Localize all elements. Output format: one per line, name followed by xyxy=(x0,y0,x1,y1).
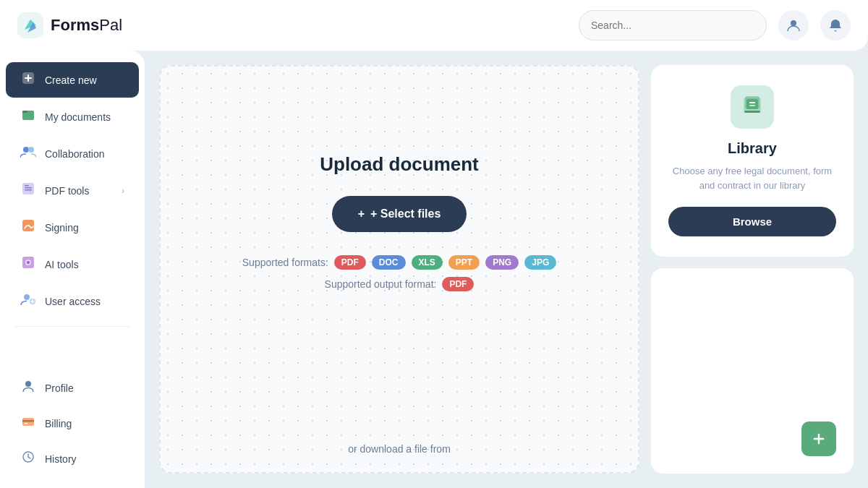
select-files-label: + Select files xyxy=(370,207,441,221)
sidebar-item-label: My documents xyxy=(45,111,111,123)
logo-icon xyxy=(17,12,43,38)
sidebar-divider xyxy=(14,326,130,327)
format-badge-pdf: PDF xyxy=(334,255,366,270)
notifications-button[interactable] xyxy=(820,10,851,40)
chevron-right-icon: › xyxy=(122,186,124,196)
output-label: Supported output format: xyxy=(325,278,437,290)
sidebar-item-ai-tools[interactable]: AI tools xyxy=(6,247,139,282)
upload-title: Upload document xyxy=(320,153,479,176)
sidebar-item-pdf-tools[interactable]: PDF tools › xyxy=(6,173,139,208)
billing-icon xyxy=(20,414,36,432)
svg-point-1 xyxy=(791,20,796,26)
sidebar-item-label: Collaboration xyxy=(45,148,105,160)
collaboration-icon xyxy=(20,145,36,163)
sidebar-item-label: Profile xyxy=(45,382,74,394)
svg-rect-24 xyxy=(25,423,27,424)
sidebar-item-user-access[interactable]: User access xyxy=(6,283,139,319)
svg-rect-28 xyxy=(746,99,758,109)
create-new-icon xyxy=(20,71,36,89)
pdf-tools-icon xyxy=(20,181,36,200)
format-badge-doc: DOC xyxy=(372,255,406,270)
sidebar-item-profile[interactable]: Profile xyxy=(6,370,139,406)
sidebar-item-billing[interactable]: Billing xyxy=(6,406,139,441)
profile-icon xyxy=(20,379,36,397)
add-document-icon[interactable] xyxy=(801,421,836,456)
svg-point-21 xyxy=(25,381,31,387)
svg-rect-9 xyxy=(22,183,34,194)
sidebar: Create new My documents Collaboratio xyxy=(0,51,145,488)
header: FormsPal xyxy=(0,0,868,51)
svg-point-16 xyxy=(27,261,30,264)
supported-formats-row: Supported formats: PDF DOC XLS PPT PNG J… xyxy=(242,255,556,270)
sidebar-item-create-new[interactable]: Create new xyxy=(6,62,139,98)
svg-rect-6 xyxy=(22,111,27,113)
sidebar-item-label: User access xyxy=(45,296,101,307)
svg-rect-23 xyxy=(22,420,34,422)
library-icon-wrapper xyxy=(731,85,774,129)
svg-point-8 xyxy=(28,147,34,153)
sidebar-item-history[interactable]: History xyxy=(6,441,139,476)
svg-rect-31 xyxy=(744,111,760,113)
svg-rect-10 xyxy=(25,187,32,189)
svg-rect-11 xyxy=(25,189,32,191)
history-icon xyxy=(20,450,36,468)
format-badge-png: PNG xyxy=(485,255,519,270)
upload-panel: Upload document + + Select files Support… xyxy=(159,65,639,474)
my-documents-icon xyxy=(20,108,36,126)
user-access-icon xyxy=(20,292,36,310)
svg-rect-12 xyxy=(25,185,29,187)
sidebar-item-label: History xyxy=(45,453,77,465)
bell-icon xyxy=(828,18,843,33)
svg-rect-30 xyxy=(749,105,755,106)
format-badge-jpg: JPG xyxy=(524,255,556,270)
select-files-button[interactable]: + + Select files xyxy=(332,196,467,232)
browse-button[interactable]: Browse xyxy=(668,207,836,236)
user-profile-button[interactable] xyxy=(778,10,809,40)
library-description: Choose any free legal document, form and… xyxy=(668,164,836,192)
sidebar-item-label: Signing xyxy=(45,222,79,234)
search-input[interactable] xyxy=(579,10,767,40)
library-title: Library xyxy=(728,140,777,157)
sidebar-item-collaboration[interactable]: Collaboration xyxy=(6,136,139,171)
main-content: Upload document + + Select files Support… xyxy=(145,51,868,488)
format-badge-ppt: PPT xyxy=(448,255,480,270)
right-panels: Library Choose any free legal document, … xyxy=(651,65,854,474)
library-icon xyxy=(739,92,765,123)
library-panel: Library Choose any free legal document, … xyxy=(651,65,854,257)
format-badge-xls: XLS xyxy=(412,255,443,270)
sidebar-bottom: Profile Billing xyxy=(0,370,145,476)
svg-point-17 xyxy=(24,294,30,300)
download-text: or download a file from xyxy=(348,443,451,455)
sidebar-item-signing[interactable]: Signing xyxy=(6,210,139,245)
output-format-badge: PDF xyxy=(442,277,474,291)
formats-label: Supported formats: xyxy=(242,257,328,268)
logo-text: FormsPal xyxy=(51,16,122,35)
sidebar-item-label: AI tools xyxy=(45,259,79,270)
ai-tools-icon xyxy=(20,255,36,273)
second-panel xyxy=(651,268,854,474)
header-right xyxy=(579,10,851,40)
logo-area: FormsPal xyxy=(17,12,122,38)
main-layout: Create new My documents Collaboratio xyxy=(0,51,868,488)
sidebar-item-my-documents[interactable]: My documents xyxy=(6,99,139,134)
signing-icon xyxy=(20,218,36,236)
plus-icon: + xyxy=(358,207,365,221)
svg-point-7 xyxy=(23,147,29,153)
output-format-row: Supported output format: PDF xyxy=(325,277,475,291)
sidebar-item-label: PDF tools xyxy=(45,185,89,197)
sidebar-item-label: Create new xyxy=(45,74,97,86)
svg-rect-29 xyxy=(749,102,755,103)
user-icon xyxy=(786,18,801,33)
sidebar-item-label: Billing xyxy=(45,418,72,429)
